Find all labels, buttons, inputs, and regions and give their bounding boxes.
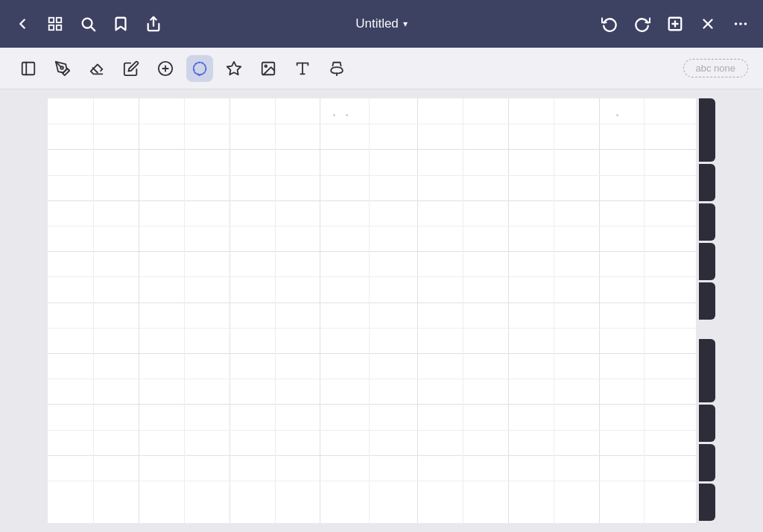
text-style-label: abc none [696, 63, 736, 74]
share-button[interactable] [143, 13, 164, 34]
redo-button[interactable] [632, 13, 653, 34]
grid-sub-v-line [463, 98, 463, 523]
image-tool-button[interactable] [255, 55, 282, 82]
grid-h-line [48, 303, 696, 303]
bookmark-button[interactable] [110, 13, 131, 34]
grid-h-line [48, 200, 696, 201]
undo-button[interactable] [599, 13, 620, 34]
grid-h-line [48, 404, 696, 405]
grid-sub-h-line [48, 328, 696, 329]
marker-tool-button[interactable] [323, 55, 350, 82]
title-chevron-icon: ▾ [403, 19, 408, 29]
tab-item[interactable] [699, 164, 715, 201]
svg-point-18 [194, 62, 206, 75]
grid-sub-v-line [554, 98, 554, 523]
grid-sub-h-line [48, 124, 696, 124]
svg-marker-21 [227, 61, 241, 74]
svg-point-13 [739, 22, 742, 25]
grid-h-line [48, 353, 696, 354]
svg-point-17 [60, 66, 63, 69]
grid-h-line [48, 251, 696, 252]
tab-item[interactable] [699, 203, 715, 241]
corner-dot [333, 114, 335, 116]
grid-v-line [139, 98, 139, 523]
grid-v-line [417, 98, 418, 523]
grid-v-line [508, 98, 509, 523]
highlighter-tool-button[interactable] [118, 55, 145, 82]
lasso-tool-button[interactable] [186, 55, 213, 82]
grid-h-line [48, 455, 696, 456]
grid-v-line [229, 98, 230, 523]
eraser-tool-button[interactable] [83, 55, 110, 82]
svg-point-14 [744, 22, 747, 25]
tab-item[interactable] [699, 282, 715, 320]
svg-point-12 [735, 22, 738, 25]
tab-strip [699, 98, 715, 523]
grid-sub-h-line [48, 226, 696, 227]
more-button[interactable] [730, 13, 751, 34]
grid-sub-h-line [48, 379, 696, 379]
grid-sub-v-line [184, 98, 185, 523]
search-button[interactable] [77, 13, 98, 34]
tab-item[interactable] [699, 98, 715, 162]
title-area[interactable]: Untitled ▾ [355, 16, 408, 31]
svg-rect-15 [22, 62, 35, 75]
tab-item[interactable] [699, 339, 715, 402]
page-canvas[interactable] [48, 98, 696, 523]
toolbar: abc none [0, 48, 763, 89]
pen-tool-button[interactable] [49, 55, 76, 82]
svg-rect-2 [49, 25, 54, 30]
corner-dot [616, 114, 618, 116]
grid-v-line [320, 98, 320, 523]
svg-line-5 [91, 27, 95, 31]
tab-item[interactable] [699, 444, 715, 481]
main-content [0, 89, 763, 532]
grid-sub-v-line [369, 98, 370, 523]
svg-point-20 [194, 69, 195, 70]
text-tool-button[interactable] [289, 55, 316, 82]
svg-rect-0 [49, 18, 54, 22]
grid-sub-h-line [48, 175, 696, 176]
document-title: Untitled [355, 16, 399, 31]
grid-sub-h-line [48, 276, 696, 277]
text-style-button[interactable]: abc none [683, 59, 749, 77]
tab-item[interactable] [699, 405, 715, 442]
sidebar-toggle-button[interactable] [15, 55, 42, 82]
top-bar: Untitled ▾ [0, 0, 763, 48]
tab-item[interactable] [699, 484, 715, 521]
shape-tool-button[interactable] [221, 55, 247, 82]
grid-v-line [599, 98, 600, 523]
corner-dot [346, 114, 348, 116]
grid-sub-h-line [48, 430, 696, 431]
grid-button[interactable] [45, 13, 66, 34]
grid-sub-h-line [48, 481, 696, 481]
svg-rect-3 [57, 25, 61, 30]
top-bar-right [599, 13, 751, 34]
add-page-button[interactable] [665, 13, 686, 34]
svg-rect-1 [57, 18, 61, 22]
grid-sub-v-line [93, 98, 94, 523]
grid-sub-v-line [275, 98, 276, 523]
back-button[interactable] [12, 13, 33, 34]
svg-point-23 [265, 65, 267, 67]
fill-tool-button[interactable] [152, 55, 179, 82]
grid-h-line [48, 149, 696, 150]
top-bar-left [12, 13, 164, 34]
grid-sub-v-line [644, 98, 645, 523]
tab-item[interactable] [699, 243, 715, 280]
close-button[interactable] [697, 13, 718, 34]
